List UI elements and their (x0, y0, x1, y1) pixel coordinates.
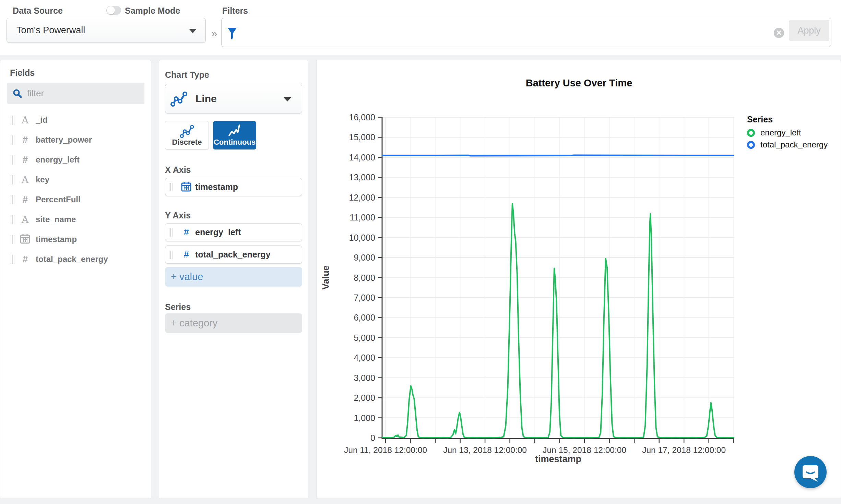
add-category-button[interactable]: + category (165, 313, 302, 333)
field-name: site_name (36, 215, 76, 224)
drag-handle-icon (11, 135, 14, 145)
discrete-label: Discrete (165, 138, 209, 147)
drag-handle-icon (11, 175, 14, 184)
chat-smile-icon (794, 456, 827, 488)
continuous-button[interactable]: Continuous (213, 121, 256, 149)
sample-mode-toggle[interactable] (106, 6, 121, 15)
string-type-icon: A (22, 174, 28, 185)
drag-handle-icon (11, 255, 14, 264)
continuous-label: Continuous (213, 138, 256, 147)
field-item-energy_left[interactable]: # energy_left (0, 150, 151, 170)
field-name: battery_power (36, 135, 92, 145)
number-type-icon: # (183, 249, 189, 260)
drag-handle-icon (11, 235, 14, 244)
string-type-icon: A (22, 115, 28, 126)
svg-text:4,000: 4,000 (354, 353, 375, 362)
svg-text:Jun 13, 2018 12:00:00: Jun 13, 2018 12:00:00 (443, 445, 527, 455)
field-item-_id[interactable]: A _id (0, 110, 151, 130)
chart-panel: Battery Use Over Time Value timestamp 01… (316, 60, 841, 499)
series-line-energy_left (382, 204, 734, 438)
x-axis-field-pill[interactable]: timestamp (165, 178, 302, 196)
number-type-icon: # (22, 134, 28, 145)
y-axis-label: Y Axis (165, 211, 191, 220)
chevron-down-icon (189, 29, 197, 33)
data-source-label: Data Source (13, 6, 63, 16)
date-type-icon (181, 181, 191, 192)
svg-text:Jun 11, 2018 12:00:00: Jun 11, 2018 12:00:00 (344, 445, 427, 455)
collapse-chevron-icon[interactable]: » (211, 27, 217, 40)
data-source-value: Tom's Powerwall (16, 25, 85, 36)
discrete-line-icon (179, 123, 195, 139)
svg-text:3,000: 3,000 (354, 373, 375, 383)
field-name: timestamp (36, 235, 77, 244)
drag-handle-icon (169, 228, 173, 237)
svg-text:10,000: 10,000 (349, 233, 375, 242)
toggle-knob (107, 6, 115, 14)
field-item-site_name[interactable]: A site_name (0, 209, 151, 229)
legend-marker-icon (747, 129, 755, 137)
fields-search-box[interactable] (7, 83, 144, 104)
field-item-timestamp[interactable]: timestamp (0, 229, 151, 249)
drag-handle-icon (11, 155, 14, 165)
field-name: PercentFull (36, 195, 81, 204)
drag-handle-icon (11, 116, 14, 125)
drag-handle-icon (11, 215, 14, 224)
string-type-icon: A (22, 214, 28, 225)
field-name: key (36, 175, 49, 184)
drag-handle-icon (11, 195, 14, 204)
pill-field-name: timestamp (195, 182, 238, 192)
svg-text:8,000: 8,000 (354, 273, 375, 283)
svg-text:15,000: 15,000 (349, 132, 375, 142)
chart-type-label: Chart Type (165, 70, 209, 80)
date-type-icon (20, 233, 30, 244)
svg-text:13,000: 13,000 (349, 172, 375, 182)
field-name: _id (36, 115, 48, 125)
field-item-key[interactable]: A key (0, 170, 151, 190)
line-chart-icon (170, 90, 188, 108)
legend-label: energy_left (760, 128, 801, 137)
data-source-select[interactable]: Tom's Powerwall (7, 18, 206, 43)
svg-text:0: 0 (370, 433, 375, 443)
chat-launcher-button[interactable] (794, 456, 827, 488)
add-value-button[interactable]: + value (165, 267, 302, 287)
filters-label: Filters (222, 6, 248, 16)
field-item-PercentFull[interactable]: # PercentFull (0, 190, 151, 209)
discrete-button[interactable]: Discrete (165, 121, 209, 149)
chart-legend: Series energy_left total_pack_energy (747, 115, 828, 152)
field-name: energy_left (36, 155, 80, 165)
svg-text:5,000: 5,000 (354, 333, 375, 343)
search-icon (13, 89, 22, 98)
y-axis-field-pill[interactable]: # energy_left (165, 223, 302, 241)
number-type-icon: # (183, 227, 189, 237)
svg-text:16,000: 16,000 (349, 112, 375, 122)
field-item-total_pack_energy[interactable]: # total_pack_energy (0, 249, 151, 269)
svg-text:11,000: 11,000 (350, 213, 375, 222)
chevron-down-icon (283, 97, 292, 101)
legend-marker-icon (747, 141, 755, 149)
svg-text:2,000: 2,000 (354, 393, 375, 403)
x-axis-label: X Axis (165, 165, 191, 175)
drag-handle-icon (169, 183, 173, 191)
svg-text:6,000: 6,000 (354, 313, 375, 322)
legend-item-total_pack_energy[interactable]: total_pack_energy (747, 140, 828, 149)
svg-text:1,000: 1,000 (354, 413, 375, 423)
field-item-battery_power[interactable]: # battery_power (0, 130, 151, 150)
fields-panel-title: Fields (10, 68, 35, 78)
svg-text:14,000: 14,000 (349, 153, 375, 162)
continuous-line-icon (226, 123, 243, 139)
chart-type-value: Line (196, 93, 217, 105)
clear-filter-icon[interactable]: ✕ (774, 28, 784, 38)
y-axis-field-pill[interactable]: # total_pack_energy (165, 245, 302, 264)
legend-item-energy_left[interactable]: energy_left (747, 128, 828, 137)
pill-field-name: total_pack_energy (195, 250, 271, 260)
number-type-icon: # (22, 194, 28, 205)
chart-type-select[interactable]: Line (165, 84, 302, 113)
svg-text:9,000: 9,000 (354, 253, 375, 262)
filters-input[interactable] (221, 18, 831, 47)
series-label: Series (165, 302, 191, 312)
legend-label: total_pack_energy (760, 140, 828, 149)
filter-funnel-icon (227, 27, 237, 40)
number-type-icon: # (22, 254, 28, 264)
apply-button[interactable]: Apply (789, 20, 829, 41)
fields-filter-input[interactable] (27, 88, 130, 99)
